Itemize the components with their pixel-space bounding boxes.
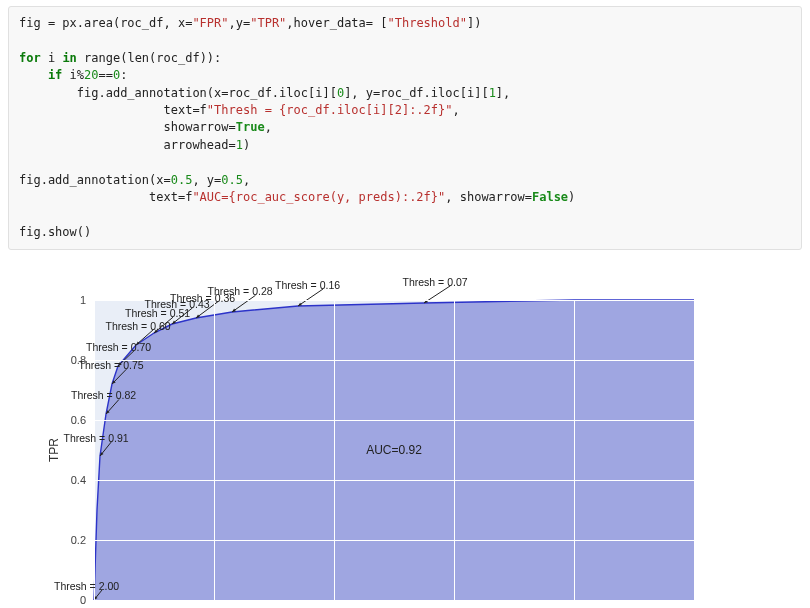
roc-area xyxy=(94,300,694,600)
y-tick-label: 0.4 xyxy=(64,474,86,486)
y-tick-label: 1 xyxy=(64,294,86,306)
y-tick-label: 0.6 xyxy=(64,414,86,426)
y-axis-title: TPR xyxy=(47,438,61,462)
chart-svg xyxy=(94,300,694,600)
y-tick-label: 0.2 xyxy=(64,534,86,546)
y-tick-label: 0 xyxy=(64,594,86,606)
code-cell: fig = px.area(roc_df, x="FPR",y="TPR",ho… xyxy=(8,6,802,250)
threshold-annotation: Thresh = 0.07 xyxy=(403,276,468,288)
svg-line-20 xyxy=(298,289,323,306)
threshold-annotation: Thresh = 0.16 xyxy=(275,279,340,291)
y-tick-label: 0.8 xyxy=(64,354,86,366)
roc-chart[interactable]: TPR FPR 00.20.40.60.8100.20.40.60.81Thre… xyxy=(48,290,728,608)
output-area: TPR FPR 00.20.40.60.8100.20.40.60.81Thre… xyxy=(48,290,802,608)
threshold-annotation: Thresh = 0.28 xyxy=(208,285,273,297)
plot-area[interactable]: TPR FPR 00.20.40.60.8100.20.40.60.81Thre… xyxy=(94,300,694,600)
